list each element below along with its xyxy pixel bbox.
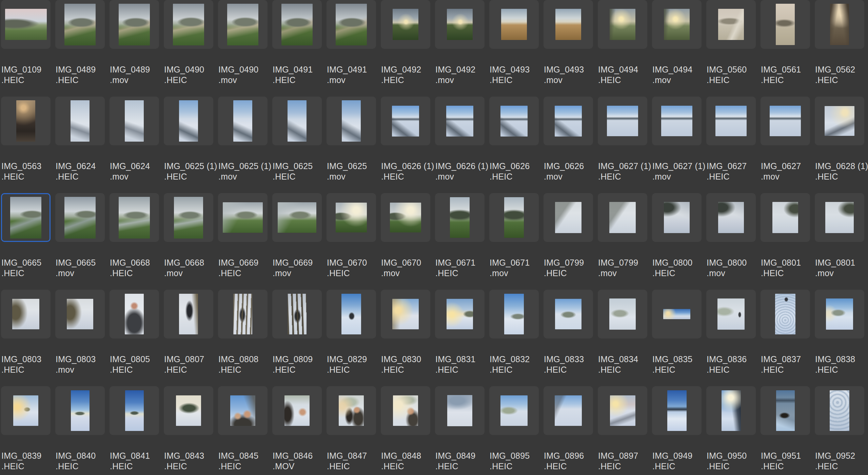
file-item[interactable]: IMG_0665 .mov — [54, 193, 108, 290]
file-item[interactable]: IMG_0669 .HEIC — [217, 193, 271, 290]
thumbnail-card[interactable] — [706, 0, 756, 49]
file-item[interactable]: IMG_0489 .HEIC — [54, 0, 108, 97]
thumbnail-card[interactable] — [55, 97, 105, 145]
thumbnail-card[interactable] — [272, 97, 322, 145]
thumbnail-card[interactable] — [164, 193, 213, 242]
file-item[interactable]: IMG_0627 .mov — [760, 97, 814, 193]
file-item[interactable]: IMG_0490 .HEIC — [163, 0, 217, 97]
thumbnail-card[interactable] — [598, 193, 647, 242]
file-item[interactable]: IMG_0803 .mov — [54, 290, 108, 386]
file-item[interactable]: IMG_0489 .mov — [108, 0, 163, 97]
file-item[interactable]: IMG_0492 .mov — [434, 0, 488, 97]
thumbnail-card[interactable] — [489, 290, 539, 338]
thumbnail-card[interactable] — [435, 290, 485, 338]
thumbnail-card[interactable] — [164, 0, 213, 49]
file-item[interactable]: IMG_0799 .mov — [597, 193, 651, 290]
thumbnail-card[interactable] — [435, 0, 485, 49]
thumbnail-card[interactable] — [652, 386, 702, 435]
file-item[interactable]: IMG_0625 .mov — [326, 97, 380, 193]
thumbnail-card[interactable] — [164, 97, 213, 145]
thumbnail-card[interactable] — [381, 290, 430, 338]
thumbnail-card[interactable] — [761, 0, 810, 49]
thumbnail-card[interactable] — [55, 386, 105, 435]
thumbnail-card[interactable] — [706, 386, 756, 435]
file-item[interactable]: IMG_0830 .HEIC — [380, 290, 434, 386]
thumbnail-card[interactable] — [435, 386, 485, 435]
thumbnail-card[interactable] — [815, 193, 864, 242]
thumbnail-card[interactable] — [218, 97, 268, 145]
thumbnail-card[interactable] — [381, 0, 430, 49]
thumbnail-card[interactable] — [706, 290, 756, 338]
thumbnail-card[interactable] — [761, 290, 810, 338]
file-item[interactable]: IMG_0800 .HEIC — [651, 193, 705, 290]
file-item[interactable]: IMG_0669 .mov — [271, 193, 326, 290]
file-item[interactable]: IMG_0626 (1) .HEIC — [380, 97, 434, 193]
thumbnail-card[interactable] — [327, 386, 376, 435]
file-item[interactable]: IMG_0624 .mov — [108, 97, 163, 193]
file-item[interactable]: IMG_0625 .HEIC — [271, 97, 326, 193]
file-item[interactable]: IMG_0626 .mov — [542, 97, 597, 193]
file-item[interactable]: IMG_0836 .HEIC — [705, 290, 760, 386]
file-item[interactable]: IMG_0848 .HEIC — [380, 386, 434, 475]
file-item[interactable]: IMG_0843 .HEIC — [163, 386, 217, 475]
file-item[interactable]: IMG_0841 .HEIC — [108, 386, 163, 475]
file-item[interactable]: IMG_0109 .HEIC — [0, 0, 54, 97]
thumbnail-card[interactable] — [489, 193, 539, 242]
file-item-selected[interactable]: IMG_0665 .HEIC — [0, 193, 54, 290]
file-item[interactable]: IMG_0845 .HEIC — [217, 386, 271, 475]
thumbnail-card[interactable] — [435, 97, 485, 145]
thumbnail-card[interactable] — [1, 97, 51, 145]
file-item[interactable]: IMG_0834 .HEIC — [597, 290, 651, 386]
thumbnail-card[interactable] — [652, 0, 702, 49]
file-item[interactable]: IMG_0627 (1) .mov — [651, 97, 705, 193]
file-item[interactable]: IMG_0831 .HEIC — [434, 290, 488, 386]
file-item[interactable]: IMG_0951 .HEIC — [760, 386, 814, 475]
thumbnail-card[interactable] — [1, 193, 51, 242]
thumbnail-card[interactable] — [327, 193, 376, 242]
thumbnail-card[interactable] — [110, 97, 159, 145]
file-item[interactable]: IMG_0671 .mov — [488, 193, 542, 290]
file-item[interactable]: IMG_0846 .MOV — [271, 386, 326, 475]
thumbnail-card[interactable] — [706, 97, 756, 145]
thumbnail-card[interactable] — [272, 0, 322, 49]
file-item[interactable]: IMG_0896 .HEIC — [542, 386, 597, 475]
file-item[interactable]: IMG_0625 (1) .mov — [217, 97, 271, 193]
file-item[interactable]: IMG_0563 .HEIC — [0, 97, 54, 193]
file-item[interactable]: IMG_0491 .HEIC — [271, 0, 326, 97]
file-item[interactable]: IMG_0627 .HEIC — [705, 97, 760, 193]
thumbnail-card[interactable] — [327, 97, 376, 145]
thumbnail-card[interactable] — [1, 0, 51, 49]
thumbnail-card[interactable] — [164, 386, 213, 435]
file-item[interactable]: IMG_0668 .mov — [163, 193, 217, 290]
thumbnail-card[interactable] — [598, 0, 647, 49]
thumbnail-card[interactable] — [815, 290, 864, 338]
file-item[interactable]: IMG_0949 .HEIC — [651, 386, 705, 475]
thumbnail-card[interactable] — [381, 386, 430, 435]
thumbnail-card[interactable] — [652, 290, 702, 338]
file-item[interactable]: IMG_0950 .HEIC — [705, 386, 760, 475]
thumbnail-card[interactable] — [218, 290, 268, 338]
thumbnail-card[interactable] — [327, 290, 376, 338]
thumbnail-card[interactable] — [815, 0, 864, 49]
file-item[interactable]: IMG_0624 .HEIC — [54, 97, 108, 193]
thumbnail-card[interactable] — [652, 193, 702, 242]
file-item[interactable]: IMG_0808 .HEIC — [217, 290, 271, 386]
file-item[interactable]: IMG_0829 .HEIC — [326, 290, 380, 386]
thumbnail-card[interactable] — [55, 290, 105, 338]
file-item[interactable]: IMG_0832 .HEIC — [488, 290, 542, 386]
file-item[interactable]: IMG_0833 .HEIC — [542, 290, 597, 386]
thumbnail-card[interactable] — [218, 386, 268, 435]
file-item[interactable]: IMG_0490 .mov — [217, 0, 271, 97]
thumbnail-card[interactable] — [544, 290, 593, 338]
file-item[interactable]: IMG_0800 .mov — [705, 193, 760, 290]
file-item[interactable]: IMG_0835 .HEIC — [651, 290, 705, 386]
thumbnail-card[interactable] — [110, 290, 159, 338]
file-item[interactable]: IMG_0560 .HEIC — [705, 0, 760, 97]
thumbnail-card[interactable] — [544, 386, 593, 435]
file-item[interactable]: IMG_0952 .HEIC — [814, 386, 868, 475]
file-item[interactable]: IMG_0805 .HEIC — [108, 290, 163, 386]
thumbnail-card[interactable] — [761, 386, 810, 435]
thumbnail-card[interactable] — [489, 97, 539, 145]
file-item[interactable]: IMG_0839 .HEIC — [0, 386, 54, 475]
thumbnail-card[interactable] — [218, 0, 268, 49]
